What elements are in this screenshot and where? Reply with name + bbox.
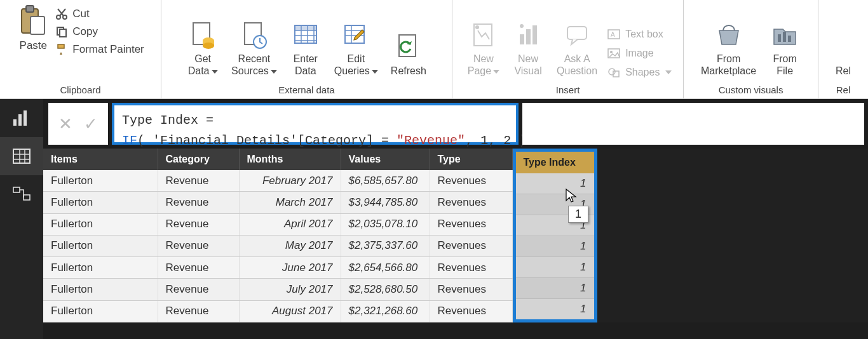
cell-values[interactable]: $3,944,785.80 [341,192,430,213]
col-months[interactable]: Months [239,149,341,170]
cancel-formula-icon[interactable]: ✕ [58,114,72,134]
col-type[interactable]: Type [430,149,512,170]
cell-category[interactable]: Revenue [158,192,239,213]
type-index-column[interactable]: Type Index 1111111 [513,149,597,322]
cell-category[interactable]: Revenue [158,235,239,256]
cell-values[interactable]: $2,035,078.10 [341,213,430,235]
cell-category[interactable]: Revenue [158,170,239,192]
col-category[interactable]: Category [158,149,239,170]
get-data-button[interactable]: Get Data [180,17,225,79]
data-grid: Items Category Months Values Type Fuller… [43,149,868,322]
textbox-label: Text box [625,29,663,40]
nav-report-icon[interactable] [0,99,43,137]
cell-items[interactable]: Fullerton [43,213,158,235]
col-values[interactable]: Values [341,149,430,170]
nav-rail [0,99,43,339]
paste-button[interactable]: Paste [14,3,52,55]
cell-type-index[interactable]: 1 [514,194,595,215]
cell-values[interactable]: $2,654,566.80 [341,257,430,279]
table-row[interactable]: 1 [514,299,595,321]
nav-data-icon[interactable] [0,137,43,175]
table-row[interactable]: 1 [514,278,595,299]
cell-type-index[interactable]: 1 [514,299,595,321]
table-row[interactable]: FullertonRevenueJune 2017$2,654,566.80Re… [43,257,512,279]
cell-months[interactable]: May 2017 [239,235,341,256]
cell-months[interactable]: April 2017 [239,213,341,235]
table-row[interactable]: FullertonRevenueApril 2017$2,035,078.10R… [43,213,512,235]
paste-label: Paste [20,39,47,52]
ask-question-label: Ask A Question [557,53,597,77]
cell-type[interactable]: Revenues [430,192,512,213]
table-row[interactable]: 1 [514,194,595,215]
data-table[interactable]: Items Category Months Values Type Fuller… [43,149,513,322]
cell-months[interactable]: March 2017 [239,192,341,213]
cell-values[interactable]: $2,375,337.60 [341,235,430,256]
from-marketplace-button[interactable]: From Marketplace [695,17,763,79]
nav-model-icon[interactable] [0,175,43,213]
from-file-label: From File [773,53,797,77]
svg-rect-24 [567,27,587,39]
formula-line1: Type Index = [122,113,214,128]
cell-items[interactable]: Fullerton [43,235,158,256]
table-row[interactable]: FullertonRevenueAugust 2017$2,321,268.60… [43,300,512,322]
table-row[interactable]: FullertonRevenueFebruary 2017$6,585,657.… [43,170,512,192]
cell-items[interactable]: Fullerton [43,257,158,279]
cell-category[interactable]: Revenue [158,279,239,300]
new-visual-label: New Visual [514,53,541,77]
cell-type-index[interactable]: 1 [514,236,595,257]
table-row[interactable]: 1 [514,236,595,257]
cell-type-index[interactable]: 1 [514,257,595,278]
cell-type-index[interactable]: 1 [514,173,595,194]
table-row[interactable]: FullertonRevenueMarch 2017$3,944,785.80R… [43,192,512,213]
cell-items[interactable]: Fullerton [43,300,158,322]
cell-category[interactable]: Revenue [158,213,239,235]
rel-label-top: Rel [836,65,851,77]
col-items[interactable]: Items [43,149,158,170]
cell-values[interactable]: $2,321,268.60 [341,300,430,322]
work-area: ✕ ✓ Type Index = IF( 'Financial Details'… [0,99,868,339]
cell-type[interactable]: Revenues [430,279,512,300]
format-painter-button[interactable]: Format Painter [52,43,146,56]
cell-values[interactable]: $6,585,657.80 [341,170,430,192]
refresh-button[interactable]: Refresh [384,29,433,79]
svg-rect-37 [13,149,30,163]
table-row[interactable]: 1 [514,215,595,236]
cell-type[interactable]: Revenues [430,170,512,192]
cell-type[interactable]: Revenues [430,213,512,235]
table-row[interactable]: 1 [514,173,595,194]
formula-bar-extra[interactable] [522,103,864,145]
cell-items[interactable]: Fullerton [43,192,158,213]
cell-months[interactable]: August 2017 [239,300,341,322]
group-custom-visuals-label: Custom visuals [719,82,783,99]
col-type-index[interactable]: Type Index [514,150,595,174]
commit-formula-icon[interactable]: ✓ [84,114,98,134]
svg-rect-21 [526,29,531,44]
cell-category[interactable]: Revenue [158,300,239,322]
cell-type-index[interactable]: 1 [514,215,595,236]
clipboard-icon [19,5,47,36]
cut-button[interactable]: Cut [52,8,146,20]
cell-items[interactable]: Fullerton [43,279,158,300]
cell-category[interactable]: Revenue [158,257,239,279]
cell-months[interactable]: June 2017 [239,257,341,279]
copy-icon [55,25,69,38]
cell-items[interactable]: Fullerton [43,170,158,192]
edit-queries-button[interactable]: Edit Queries [328,17,384,79]
table-row[interactable]: FullertonRevenueMay 2017$2,375,337.60Rev… [43,235,512,256]
cell-values[interactable]: $2,528,680.50 [341,279,430,300]
enter-data-button[interactable]: Enter Data [283,17,328,79]
table-row[interactable]: FullertonRevenueJuly 2017$2,528,680.50Re… [43,279,512,300]
copy-button[interactable]: Copy [52,25,146,38]
cell-months[interactable]: February 2017 [239,170,341,192]
recent-sources-button[interactable]: Recent Sources [225,17,283,79]
from-file-button[interactable]: From File [763,17,807,79]
formula-bar[interactable]: Type Index = IF( 'Financial Details'[Cat… [112,103,519,145]
table-row[interactable]: 1 [514,257,595,278]
cell-type[interactable]: Revenues [430,235,512,256]
svg-rect-39 [24,195,30,200]
cell-type[interactable]: Revenues [430,257,512,279]
cell-months[interactable]: July 2017 [239,279,341,300]
cell-type-index[interactable]: 1 [514,278,595,299]
cell-type[interactable]: Revenues [430,300,512,322]
svg-rect-35 [18,114,22,126]
